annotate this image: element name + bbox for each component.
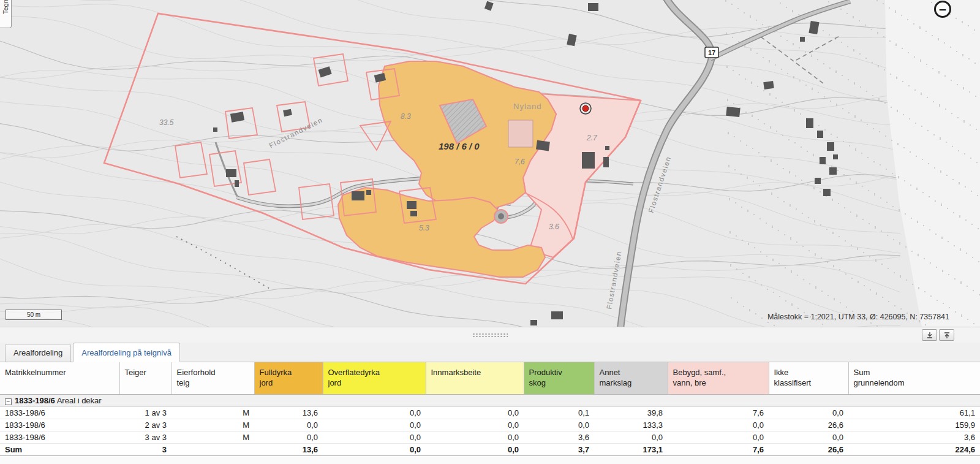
column-header-innmarksbeite: Innmarksbeite — [426, 362, 524, 394]
column-header-ikke-klassifisert: Ikkeklassifisert — [769, 362, 848, 394]
road-number-badge: 17 — [705, 47, 718, 58]
collapse-table-button[interactable] — [922, 329, 937, 341]
arrow-up-from-line-icon — [943, 331, 951, 340]
tab-arealfordeling-pa-teignivaa[interactable]: Arealfordeling på teignivå — [73, 343, 180, 362]
legend-panel-tab[interactable]: Tegnforklaring — [0, 0, 12, 28]
column-header-annet-markslag: Annetmarkslag — [594, 362, 668, 394]
area-label-fulldyrka-upper: 8.3 — [401, 112, 411, 121]
area-table-section: Matrikkelnummer Teiger Eierforholdteig F… — [0, 362, 980, 464]
area-label-fulldyrka-lower: 5.3 — [419, 224, 429, 232]
parcel-number-label: 198 / 6 / 0 — [439, 141, 480, 151]
table-row-teig-2: 1833-198/62 av 3M0,00,00,00,0133,30,026,… — [0, 419, 980, 431]
map-table-splitter[interactable] — [0, 327, 980, 343]
area-label-bebygd: 7,6 — [514, 158, 525, 166]
column-header-matrikkelnummer: Matrikkelnummer — [0, 362, 119, 394]
tab-arealfordeling[interactable]: Arealfordeling — [5, 344, 71, 362]
table-row-teig-1: 1833-198/61 av 3M13,60,00,00,139,87,60,0… — [0, 406, 980, 419]
area-label-annet: 3.6 — [549, 222, 559, 231]
area-label-teig-right: 2.7 — [586, 134, 598, 142]
minus-icon: − — [939, 3, 946, 16]
map-canvas[interactable]: 17 33.5 8.3 198 / 6 / 0 Nyland 7,6 2.7 5… — [0, 0, 980, 327]
scale-bar-label: 50 m — [27, 311, 40, 318]
area-label-teig-total: 33.5 — [159, 118, 174, 127]
column-header-eierforhold: Eierforholdteig — [172, 362, 254, 394]
table-sum-row: Sum313,60,00,03,7173,17,626,6224,6 — [0, 443, 980, 455]
road-number-label: 17 — [708, 49, 715, 56]
column-header-fulldyrka-jord: Fulldyrkajord — [254, 362, 323, 394]
column-header-sum-grunneiendom: Sumgrunneiendom — [848, 362, 980, 394]
group-row: −1833-198/6 Areal i dekar — [0, 394, 980, 406]
legend-tab-label: Tegnforklaring — [1, 0, 10, 14]
scale-bar: 50 m — [6, 310, 62, 320]
place-name-label: Nyland — [513, 102, 541, 111]
table-filler — [0, 456, 980, 464]
map-status-text: Målestokk = 1:2021, UTM 33, Ø: 426095, N… — [767, 313, 949, 321]
zoom-out-button[interactable]: − — [934, 1, 951, 18]
group-title-suffix: Areal i dekar — [55, 396, 102, 405]
table-header-row: Matrikkelnummer Teiger Eierforholdteig F… — [0, 362, 980, 394]
map-marker — [580, 103, 591, 114]
collapse-icon[interactable]: − — [5, 398, 12, 405]
column-header-teiger: Teiger — [119, 362, 172, 394]
column-header-bebygd: Bebygd, samf.,vann, bre — [668, 362, 769, 394]
column-header-produktiv-skog: Produktivskog — [524, 362, 594, 394]
table-tabs: Arealfordeling Arealfordeling på teigniv… — [0, 343, 980, 362]
column-header-overflatedyrka-jord: Overflatedyrkajord — [323, 362, 426, 394]
arrow-down-to-line-icon — [925, 331, 934, 340]
group-title: 1833-198/6 — [15, 396, 55, 405]
area-table: Matrikkelnummer Teiger Eierforholdteig F… — [0, 362, 980, 456]
expand-table-button[interactable] — [939, 329, 954, 341]
table-row-teig-3: 1833-198/63 av 3M0,00,00,03,60,00,00,03,… — [0, 431, 980, 443]
splitter-grip[interactable] — [472, 333, 508, 338]
